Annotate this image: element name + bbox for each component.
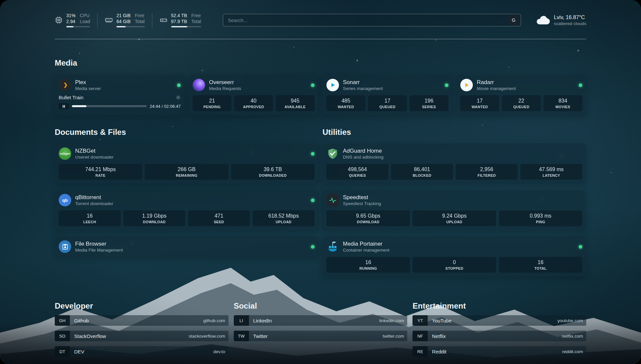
stat-leech: 16LEECH	[59, 210, 121, 226]
memory-icon	[105, 16, 113, 24]
gear-icon[interactable]	[176, 95, 181, 100]
cpu-load-label: Load	[80, 19, 90, 24]
bookmark-github[interactable]: GH Github github.com	[55, 315, 229, 326]
bookmark-reddit[interactable]: RE Reddit reddit.com	[412, 346, 586, 357]
playback-progress-bar	[72, 105, 147, 107]
service-name: qBittorrent	[75, 194, 113, 201]
bookmark-group-developer: Developer GH Github github.com SO StackO…	[55, 301, 229, 362]
search-input[interactable]	[223, 14, 521, 26]
bookmark-group-entertainment: Entertainment YT YouTube youtube.com NF …	[412, 301, 586, 362]
bookmark-url: dev.to	[213, 349, 225, 354]
bookmark-netflix[interactable]: NF Netflix netflix.com	[412, 331, 586, 341]
documents-column: Documents & Files nzbget NZBGet Usenet d…	[55, 128, 319, 283]
search-bar: G	[223, 14, 521, 26]
dashboard-window: 31% CPU 2.94 Load	[0, 0, 641, 364]
plex-icon	[59, 79, 71, 91]
stat-ping: 0.993 msPING	[499, 210, 582, 226]
search-provider-button[interactable]: G	[508, 15, 519, 25]
stat-wanted: 485WANTED	[326, 95, 365, 111]
bookmark-abbr: NF	[412, 331, 428, 341]
portainer-icon	[326, 240, 339, 253]
bookmark-url: linkedin.com	[379, 318, 404, 323]
service-description: Media Requests	[209, 86, 241, 91]
service-card-overseerr[interactable]: Overseerr Media Requests 21PENDING 40APP…	[189, 75, 319, 115]
service-card-plex[interactable]: Plex Media server Bullet Train	[55, 75, 185, 115]
section-title-entertainment: Entertainment	[412, 301, 586, 311]
bookmark-twitter[interactable]: TW Twitter twitter.com	[234, 331, 408, 341]
service-card-portainer[interactable]: Media Portainer Container management 16R…	[322, 236, 586, 277]
status-dot	[579, 83, 582, 87]
stat-approved: 40APPROVED	[234, 95, 273, 111]
stat-downloaded: 39.6 TBDOWNLOADED	[231, 164, 315, 180]
plex-now-playing: Bullet Train 24:44 / 02:06:47	[59, 95, 181, 109]
stat-queued: 22QUEUED	[502, 95, 541, 111]
stat-total: 16TOTAL	[499, 257, 582, 273]
service-card-radarr[interactable]: Radarr Movie management 17WANTED 22QUEUE…	[456, 75, 586, 115]
stat-available: 945AVAILABLE	[276, 95, 315, 111]
bookmark-abbr: LI	[234, 315, 249, 326]
service-card-speedtest[interactable]: Speedtest Speedtest Tracking 9.65 GbpsDO…	[322, 190, 586, 230]
stat-upload: 9.24 GbpsUPLOAD	[412, 210, 496, 226]
disk-icon	[160, 16, 168, 24]
stat-pending: 21PENDING	[193, 95, 231, 111]
bookmark-url: netflix.com	[562, 334, 583, 339]
snow-particles	[0, 0, 1, 1]
service-name: AdGuard Home	[343, 147, 383, 154]
cpu-load-value: 2.94	[66, 19, 76, 24]
status-dot	[311, 152, 315, 156]
bookmark-name: Github	[74, 318, 89, 323]
qbittorrent-icon: qb	[59, 194, 71, 206]
stat-wanted: 17WANTED	[460, 95, 499, 111]
bookmark-linkedin[interactable]: LI LinkedIn linkedin.com	[234, 315, 408, 326]
section-title-social: Social	[234, 301, 408, 311]
bookmark-url: twitter.com	[383, 334, 404, 339]
memory-progress-bar	[116, 26, 144, 27]
filebrowser-icon	[59, 240, 71, 253]
section-title-media: Media	[55, 58, 586, 68]
cpu-widget: 31% CPU 2.94 Load	[55, 13, 97, 27]
bookmark-dev[interactable]: DT DEV dev.to	[55, 346, 229, 357]
stat-queued: 17QUEUED	[368, 95, 407, 111]
disk-widget: 52.4 TB Free 97.9 TB Total	[152, 13, 208, 27]
service-card-adguard[interactable]: AdGuard Home DNS and adblocking 498,564Q…	[322, 143, 586, 184]
now-playing-title: Bullet Train	[59, 95, 83, 100]
utilities-column: Utilities AdGuard Home DNS and adbl	[322, 128, 586, 283]
stat-download: 1.19 GbpsDOWNLOAD	[123, 210, 185, 226]
stat-stopped: 0STOPPED	[412, 257, 496, 273]
weather-widget: Lviv, 16.87°C scattered clouds	[535, 14, 586, 26]
adguard-icon	[326, 147, 339, 160]
pause-button[interactable]	[59, 103, 69, 109]
service-card-sonarr[interactable]: Sonarr Series management 485WANTED 17QUE…	[322, 75, 452, 115]
media-grid: Plex Media server Bullet Train	[55, 75, 586, 115]
service-description: Media File Management	[75, 247, 123, 253]
bookmark-name: DEV	[74, 349, 84, 354]
bookmark-abbr: GH	[55, 315, 70, 326]
nzbget-icon: nzbget	[59, 147, 71, 160]
cpu-progress-bar	[66, 26, 90, 27]
weather-location: Lviv, 16.87°C	[554, 14, 586, 21]
service-description: Usenet downloader	[75, 154, 113, 160]
speedtest-icon	[326, 194, 339, 206]
bookmark-abbr: RE	[412, 346, 428, 357]
bookmark-stackoverflow[interactable]: SO StackOverflow stackoverflow.com	[55, 331, 229, 341]
cpu-icon	[55, 16, 63, 24]
bookmark-abbr: DT	[55, 346, 70, 357]
service-description: Media server	[75, 86, 101, 91]
status-dot	[311, 198, 315, 202]
service-description: Movie management	[477, 86, 516, 91]
overseerr-icon	[193, 79, 205, 91]
status-dot	[311, 83, 315, 87]
service-card-nzbget[interactable]: nzbget NZBGet Usenet downloader 744.21 M…	[55, 143, 319, 184]
bookmark-url: stackoverflow.com	[189, 334, 225, 339]
service-card-filebrowser[interactable]: File Browser Media File Management	[55, 236, 319, 257]
service-name: Plex	[75, 79, 101, 86]
service-card-qbittorrent[interactable]: qb qBittorrent Torrent downloader 16LEEC…	[55, 190, 319, 230]
disk-progress-bar	[171, 26, 201, 27]
disk-total-value: 97.9 TB	[171, 19, 187, 24]
bookmark-youtube[interactable]: YT YouTube youtube.com	[412, 315, 586, 326]
radarr-icon	[460, 79, 473, 91]
stat-remaining: 266 GBREMAINING	[145, 164, 228, 180]
playback-time: 24:44 / 02:06:47	[150, 104, 181, 109]
bookmark-name: Twitter	[253, 333, 268, 339]
service-name: Sonarr	[343, 79, 383, 86]
